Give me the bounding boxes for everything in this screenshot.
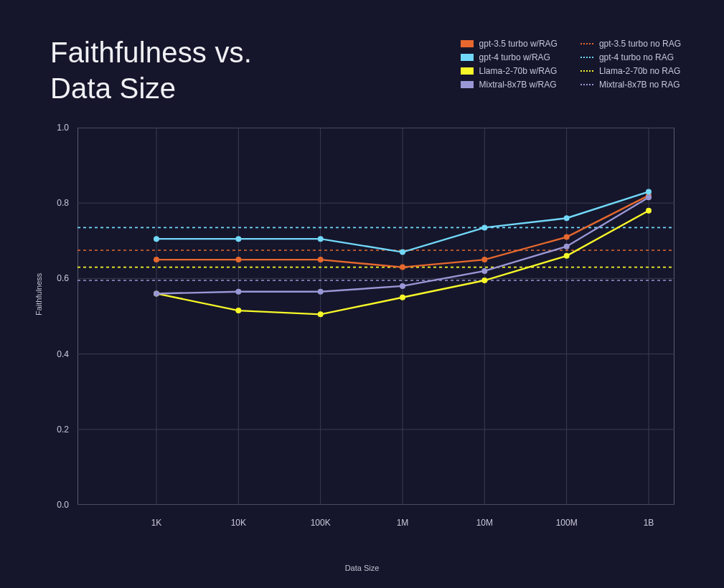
legend-label: Mixtral-8x7B no RAG (599, 80, 680, 90)
chart-plot-area: 0.00.20.40.60.81.01K10K100K1M10M100M1B (77, 128, 674, 505)
legend-label: Llama-2-70b no RAG (599, 66, 680, 76)
series-point (318, 311, 324, 317)
x-tick-label: 1M (397, 518, 409, 528)
series-point (400, 295, 405, 300)
title-line1: Faithfulness vs. (50, 37, 252, 68)
legend-col-dashed: gpt-3.5 turbo no RAGgpt-4 turbo no RAGLl… (580, 39, 681, 90)
series-point (646, 208, 652, 214)
series-point (235, 308, 241, 313)
chart-title: Faithfulness vs. Data Size (50, 34, 252, 106)
legend-swatch (580, 70, 593, 72)
y-tick-label: 1.0 (57, 123, 69, 133)
series-point (400, 265, 405, 270)
legend-item: gpt-4 turbo no RAG (580, 52, 681, 62)
series-point (481, 268, 487, 274)
y-tick-label: 0.0 (57, 500, 69, 510)
y-tick-label: 0.6 (57, 273, 69, 283)
series-point (481, 278, 487, 283)
x-tick-label: 100K (311, 518, 331, 528)
x-tick-label: 10M (476, 518, 493, 528)
legend-item: gpt-4 turbo w/RAG (461, 52, 558, 62)
chart-svg (77, 128, 674, 505)
legend-label: Mixtral-8x7B w/RAG (479, 80, 557, 90)
legend-item: gpt-3.5 turbo no RAG (580, 39, 681, 49)
series-point (564, 253, 570, 259)
svg-rect-0 (78, 128, 674, 505)
series-point (400, 250, 405, 255)
legend-label: gpt-3.5 turbo no RAG (599, 39, 681, 49)
series-point (318, 257, 324, 262)
y-tick-label: 0.4 (57, 349, 69, 359)
y-tick-label: 0.8 (57, 198, 69, 208)
series-point (318, 236, 324, 242)
legend-label: gpt-3.5 turbo w/RAG (479, 39, 558, 49)
series-point (235, 236, 241, 242)
legend-item: Llama-2-70b no RAG (580, 66, 681, 76)
x-axis-label: Data Size (345, 564, 380, 572)
legend-swatch (461, 67, 474, 75)
legend-swatch (580, 43, 593, 44)
legend-col-solid: gpt-3.5 turbo w/RAGgpt-4 turbo w/RAGLlam… (461, 39, 558, 90)
legend-swatch (580, 57, 593, 58)
series-point (154, 257, 159, 262)
x-tick-label: 10K (231, 518, 246, 528)
legend-swatch (461, 54, 474, 61)
series-point (646, 194, 652, 200)
legend-label: Llama-2-70b w/RAG (479, 66, 558, 76)
series-point (646, 189, 652, 194)
y-tick-label: 0.2 (57, 425, 69, 435)
x-tick-label: 1K (151, 518, 162, 528)
series-point (235, 257, 241, 262)
legend: gpt-3.5 turbo w/RAGgpt-4 turbo w/RAGLlam… (461, 39, 681, 90)
series-point (564, 234, 570, 240)
legend-item: Mixtral-8x7B no RAG (580, 80, 681, 90)
legend-label: gpt-4 turbo no RAG (599, 52, 674, 62)
legend-item: Llama-2-70b w/RAG (461, 66, 558, 76)
series-point (154, 236, 159, 242)
x-tick-label: 1B (644, 518, 654, 528)
series-point (481, 257, 487, 262)
series-point (400, 283, 405, 289)
legend-swatch (580, 84, 593, 85)
series-point (235, 289, 241, 295)
series-point (564, 215, 570, 221)
title-line2: Data Size (50, 72, 176, 104)
legend-swatch (461, 40, 474, 47)
legend-item: gpt-3.5 turbo w/RAG (461, 39, 558, 49)
x-tick-label: 100M (556, 518, 578, 528)
y-axis-label: Faithfulness (34, 273, 43, 316)
legend-label: gpt-4 turbo w/RAG (479, 52, 550, 62)
series-point (318, 289, 324, 295)
series-point (154, 290, 159, 296)
legend-item: Mixtral-8x7B w/RAG (461, 80, 558, 90)
series-point (481, 224, 487, 230)
series-point (564, 244, 570, 250)
legend-swatch (461, 81, 474, 88)
